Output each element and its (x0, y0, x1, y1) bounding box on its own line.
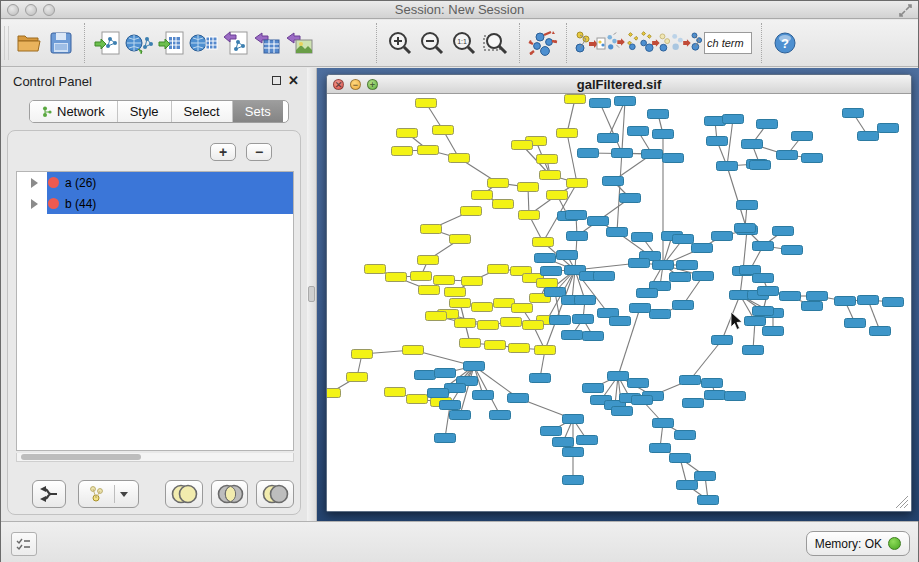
graph-node[interactable] (792, 132, 813, 141)
graph-node[interactable] (737, 201, 758, 210)
graph-node[interactable] (435, 369, 456, 378)
graph-node[interactable] (421, 225, 442, 234)
close-panel-icon[interactable]: ✕ (288, 73, 299, 88)
tab-style[interactable]: Style (118, 101, 172, 122)
graph-node[interactable] (464, 362, 485, 371)
graph-node[interactable] (567, 232, 588, 241)
graph-node[interactable] (598, 134, 619, 143)
graph-node[interactable] (615, 97, 636, 106)
difference-sets-button[interactable] (256, 480, 294, 508)
graph-node[interactable] (533, 238, 554, 247)
graph-node[interactable] (553, 438, 574, 447)
zoom-actual-size-button[interactable]: 1:1 (448, 25, 480, 61)
remove-set-button[interactable]: − (246, 143, 272, 161)
graph-node[interactable] (650, 444, 671, 453)
sets-list[interactable]: a (26)b (44) (16, 171, 294, 451)
export-image-button[interactable] (284, 25, 316, 61)
graph-node[interactable] (610, 317, 631, 326)
graph-node[interactable] (653, 130, 674, 139)
graph-node[interactable] (460, 339, 481, 348)
graph-node[interactable] (717, 162, 738, 171)
graph-node[interactable] (670, 273, 691, 282)
graph-node[interactable] (347, 373, 368, 382)
graph-node[interactable] (773, 227, 794, 236)
graph-node[interactable] (612, 149, 633, 158)
graph-node[interactable] (883, 298, 904, 307)
graph-node[interactable] (535, 254, 556, 263)
graph-node[interactable] (461, 207, 482, 216)
graph-node[interactable] (440, 401, 461, 410)
graph-node[interactable] (692, 244, 713, 253)
graph-node[interactable] (493, 200, 514, 209)
network-window-titlebar[interactable]: ✕ − + galFiltered.sif (327, 75, 911, 94)
graph-node[interactable] (858, 296, 879, 305)
graph-node[interactable] (509, 344, 530, 353)
graph-node[interactable] (802, 302, 823, 311)
graph-node[interactable] (449, 154, 470, 163)
add-set-button[interactable]: + (210, 143, 236, 161)
graph-node[interactable] (757, 120, 778, 129)
graph-node[interactable] (472, 191, 493, 200)
graph-node[interactable] (588, 217, 609, 226)
float-panel-icon[interactable] (272, 76, 281, 85)
import-table-from-web-button[interactable] (188, 25, 220, 61)
graph-node[interactable] (434, 276, 455, 285)
graph-node[interactable] (677, 261, 698, 270)
graph-node[interactable] (541, 427, 562, 436)
graph-node[interactable] (807, 292, 828, 301)
graph-node[interactable] (365, 265, 386, 274)
graph-node[interactable] (450, 235, 471, 244)
create-set-dropdown-button[interactable] (78, 480, 139, 508)
graph-node[interactable] (415, 371, 436, 380)
graph-node[interactable] (745, 317, 766, 326)
graph-node[interactable] (435, 434, 456, 443)
graph-node[interactable] (858, 132, 879, 141)
import-network-file-button[interactable] (92, 25, 124, 61)
resize-grip-icon[interactable] (896, 496, 909, 509)
zoom-out-button[interactable] (416, 25, 448, 61)
graph-node[interactable] (327, 389, 341, 398)
graph-node[interactable] (518, 183, 539, 192)
graph-node[interactable] (870, 327, 891, 336)
toolbar-drag-handle[interactable] (4, 26, 9, 60)
graph-node[interactable] (648, 110, 669, 119)
graph-node[interactable] (620, 194, 641, 203)
graph-node[interactable] (630, 304, 651, 313)
compare-merge-button[interactable] (606, 25, 638, 61)
graph-node[interactable] (603, 177, 624, 186)
graph-node[interactable] (563, 476, 584, 485)
graph-node[interactable] (675, 431, 696, 440)
export-table-button[interactable] (252, 25, 284, 61)
scrollbar-thumb[interactable] (21, 454, 141, 460)
graph-node[interactable] (550, 316, 571, 325)
graph-node[interactable] (673, 301, 694, 310)
graph-node[interactable] (386, 273, 407, 282)
tab-select[interactable]: Select (172, 101, 233, 122)
graph-node[interactable] (802, 154, 823, 163)
graph-node[interactable] (426, 312, 447, 321)
panel-splitter[interactable] (307, 68, 317, 521)
task-history-button[interactable] (11, 532, 37, 556)
graph-node[interactable] (742, 140, 763, 149)
graph-node[interactable] (428, 389, 449, 398)
split-set-button[interactable] (32, 480, 66, 508)
graph-node[interactable] (725, 392, 746, 401)
graph-node[interactable] (523, 321, 544, 330)
graph-node[interactable] (583, 384, 604, 393)
graph-node[interactable] (845, 319, 866, 328)
graph-node[interactable] (416, 99, 437, 108)
graph-node[interactable] (433, 126, 454, 135)
graph-node[interactable] (557, 251, 578, 260)
graph-node[interactable] (392, 147, 413, 156)
graph-node[interactable] (501, 318, 522, 327)
memory-status-button[interactable]: Memory: OK (806, 531, 910, 556)
expander-icon[interactable] (31, 178, 38, 188)
graph-node[interactable] (594, 272, 615, 281)
graph-node[interactable] (547, 191, 568, 200)
graph-node[interactable] (750, 161, 771, 170)
graph-node[interactable] (385, 388, 406, 397)
graph-node[interactable] (530, 374, 551, 383)
fullscreen-icon[interactable] (899, 4, 912, 17)
graph-node[interactable] (637, 289, 658, 298)
graph-node[interactable] (575, 296, 596, 305)
